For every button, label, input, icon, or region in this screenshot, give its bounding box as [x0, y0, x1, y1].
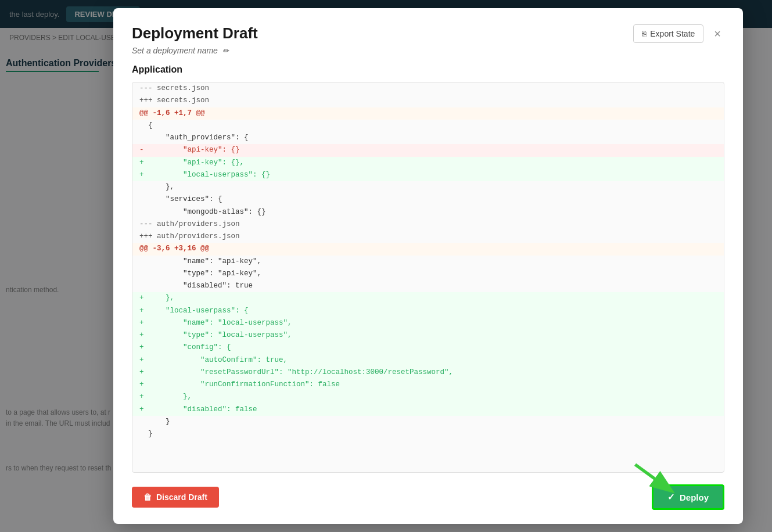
diff-line: + "local-userpass": { [132, 305, 724, 317]
diff-line: "mongodb-atlas": {} [132, 206, 724, 218]
diff-line: } [132, 416, 724, 428]
diff-line: --- auth/providers.json [132, 218, 724, 231]
diff-line: @@ -1,6 +1,7 @@ [132, 107, 724, 120]
discard-draft-button[interactable]: 🗑 Discard Draft [132, 487, 219, 508]
diff-line: +++ auth/providers.json [132, 231, 724, 243]
diff-line: } [132, 428, 724, 440]
diff-line: + "api-key": {}, [132, 157, 724, 169]
diff-line: + "autoConfirm": true, [132, 354, 724, 366]
diff-line: }, [132, 181, 724, 193]
export-label: Export State [650, 29, 695, 38]
deploy-button[interactable]: ✓ Deploy [652, 484, 724, 510]
diff-line: "type": "api-key", [132, 268, 724, 280]
diff-line: + "config": { [132, 342, 724, 354]
diff-line: + "runConfirmationFunction": false [132, 379, 724, 391]
deployment-draft-modal: Deployment Draft Set a deployment name ✏… [113, 8, 743, 524]
modal-header: Deployment Draft Set a deployment name ✏… [113, 8, 743, 64]
diff-line: @@ -3,6 +3,16 @@ [132, 243, 724, 255]
export-icon: ⎘ [642, 29, 647, 38]
diff-line: "disabled": true [132, 280, 724, 292]
export-state-button[interactable]: ⎘ Export State [633, 24, 703, 43]
discard-label: Discard Draft [156, 493, 207, 502]
diff-line: +++ secrets.json [132, 95, 724, 107]
diff-line: "services": { [132, 193, 724, 206]
diff-line: - "api-key": {} [132, 144, 724, 156]
trash-icon: 🗑 [143, 493, 152, 502]
modal-section-title: Application [113, 64, 743, 82]
check-icon: ✓ [667, 492, 675, 502]
diff-line: { [132, 120, 724, 132]
diff-line: + "resetPasswordUrl": "http://localhost:… [132, 366, 724, 379]
diff-line: + "type": "local-userpass", [132, 329, 724, 342]
edit-pencil-icon[interactable]: ✏ [222, 46, 229, 55]
modal-title: Deployment Draft [132, 24, 258, 42]
diff-line: "name": "api-key", [132, 256, 724, 268]
modal-subtitle: Set a deployment name ✏ [132, 46, 258, 55]
diff-line: --- secrets.json [132, 82, 724, 95]
diff-line: + "local-userpass": {} [132, 169, 724, 181]
close-button[interactable]: × [710, 27, 724, 41]
modal-title-area: Deployment Draft Set a deployment name ✏ [132, 24, 258, 55]
diff-line: + "disabled": false [132, 404, 724, 416]
modal-header-actions: ⎘ Export State × [633, 24, 724, 43]
deploy-label: Deploy [680, 493, 709, 502]
diff-line: + "name": "local-userpass", [132, 317, 724, 329]
diff-line: + }, [132, 391, 724, 403]
diff-line: "auth_providers": { [132, 132, 724, 144]
subtitle-text: Set a deployment name [132, 46, 218, 55]
diff-line: + }, [132, 292, 724, 304]
diff-viewer: --- secrets.json +++ secrets.json @@ -1,… [132, 82, 724, 473]
modal-footer: 🗑 Discard Draft ✓ Deploy [113, 473, 743, 524]
